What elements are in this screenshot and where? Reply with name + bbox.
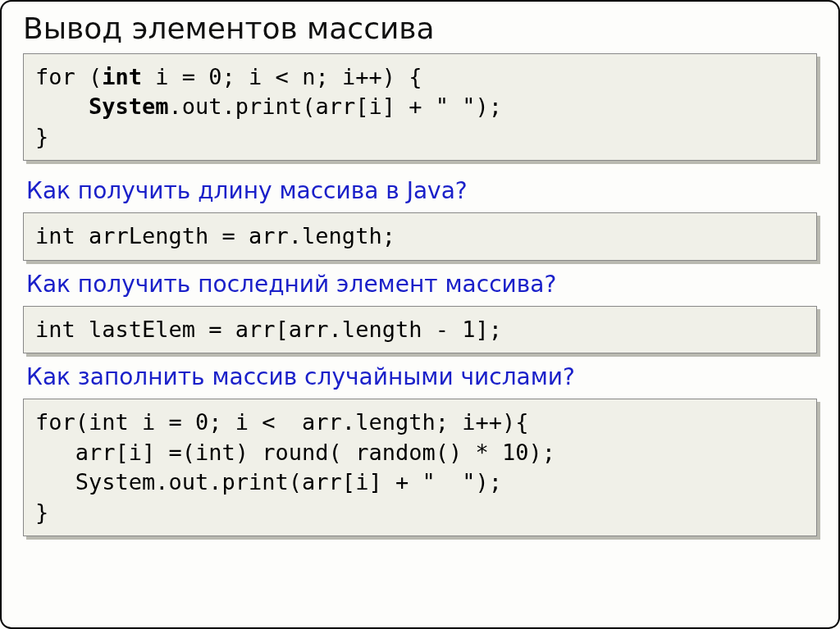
question-last-element: Как получить последний элемент массива?	[26, 271, 817, 298]
keyword-system: System	[89, 93, 169, 119]
question-array-length: Как получить длину массива в Java?	[26, 177, 817, 204]
code-text: .out.print(arr[i] + " ");	[169, 93, 502, 119]
keyword-int: int	[102, 64, 142, 89]
code-text: for (	[35, 64, 102, 89]
code-line: System.out.print(arr[i] + " ");	[35, 469, 502, 495]
slide-title: Вывод элементов массива	[23, 11, 817, 45]
code-indent	[35, 93, 89, 119]
code-block-last-element: int lastElem = arr[arr.length - 1];	[23, 306, 817, 353]
code-block-random-fill: for(int i = 0; i < arr.length; i++){ arr…	[23, 399, 817, 536]
code-text: i = 0; i < n; i++) {	[142, 64, 422, 89]
code-block-output-loop: for (int i = 0; i < n; i++) { System.out…	[23, 53, 817, 161]
slide: Вывод элементов массива for (int i = 0; …	[2, 2, 838, 627]
code-line: }	[35, 499, 48, 525]
question-random-fill: Как заполнить массив случайными числами?	[26, 363, 817, 390]
code-block-array-length: int arrLength = arr.length;	[23, 212, 817, 260]
code-line: arr[i] =(int) round( random() * 10);	[35, 440, 555, 465]
code-text: }	[35, 124, 48, 149]
code-line: for(int i = 0; i < arr.length; i++){	[35, 409, 528, 435]
